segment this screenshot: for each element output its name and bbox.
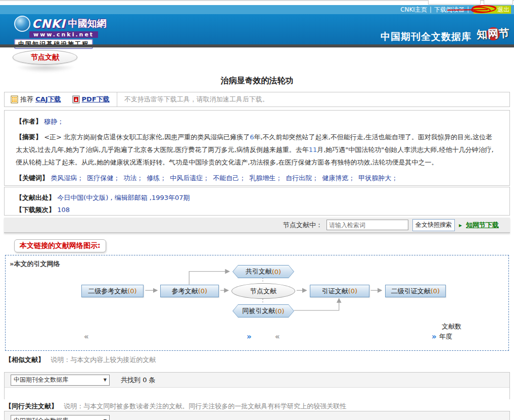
- logo-cnki-text: CNKI: [32, 17, 66, 30]
- issue-link[interactable]: 1993年07期: [152, 194, 190, 201]
- download-notice: 不支持迅雷等下载工具，请取消加速工具后下载。: [124, 95, 269, 104]
- peer-docs-note: 说明：与本文同时被多数读者关注的文献。同行关注较多的一批文献具有科学研究上的较强…: [64, 402, 346, 410]
- downloads-count: 108: [57, 206, 70, 214]
- co-citation-node[interactable]: 共引文献(0): [232, 265, 294, 278]
- pager-next-right-icon[interactable]: »: [432, 332, 437, 341]
- node-count: (0): [127, 287, 136, 295]
- node-count: (0): [431, 287, 440, 295]
- similar-docs-heading: 【相似文献】 说明：与本文内容上较为接近的文献: [5, 355, 156, 364]
- node-label: 二级参考文献: [88, 287, 127, 296]
- separator: ,: [108, 194, 114, 201]
- node-document-tab: 节点文献: [13, 50, 77, 65]
- downloads-label: 【下载频次】: [16, 206, 55, 214]
- similar-db-select[interactable]: 中国期刊全文数据库 ▼: [11, 375, 110, 386]
- similar-docs-title: 【相似文献】: [5, 356, 44, 363]
- selected-db-option: 中国期刊全文数据库: [14, 376, 68, 384]
- keyword-link[interactable]: 中风后遗症；: [170, 174, 209, 182]
- peer-docs-title: 【同行关注文献】: [5, 402, 58, 410]
- caret-down-icon: ▼: [104, 418, 107, 420]
- separator: |: [430, 6, 432, 13]
- peer-db-select[interactable]: 中国期刊全文数据库 ▼: [11, 415, 110, 420]
- redacted-username-highlight: 退出: [474, 6, 511, 14]
- keyword-link[interactable]: 不能自己；: [213, 174, 246, 182]
- caret-down-icon: ▼: [104, 378, 107, 382]
- node-label: 节点文献: [250, 287, 276, 296]
- keyword-link[interactable]: 医疗保健；: [87, 174, 120, 182]
- keywords-line: 【关键词】 类风湿病；医疗保健；功法；修练；中风后遗症；不能自己；乳腺增生；自行…: [16, 173, 498, 184]
- top-utility-bar: CNKI主页 | 下载阅读器 | 退出: [0, 5, 514, 14]
- references-node[interactable]: 参考文献(0): [160, 285, 219, 297]
- abstract-text: <正> 北京方岗副食店退休女职工彭家伦,因患严重的类风湿病已瘫痪了6年,不久前却…: [16, 133, 494, 166]
- author-label: 【作者】: [16, 118, 42, 125]
- abstract-label: 【摘要】: [16, 133, 42, 141]
- similar-docs-toolbar: 中国期刊全文数据库 ▼ 共找到 0 条: [5, 373, 509, 388]
- site-header: CNKI 中國知網 www.cnki.net 中国知识基础设施工程 中国期刊全文…: [0, 14, 514, 44]
- header-divider-bar: [0, 44, 514, 47]
- pdf-document-icon: [72, 95, 80, 103]
- author-link[interactable]: 穆静；: [44, 118, 64, 125]
- pager-next-left-icon[interactable]: »: [247, 332, 252, 341]
- keyword-link[interactable]: 甲状腺肿大；: [358, 174, 398, 182]
- node-label: 共引文献: [246, 267, 272, 276]
- peer-docs-toolbar: 中国期刊全文数据库 ▼: [5, 411, 509, 420]
- editorial-mailbox-link[interactable]: 编辑部邮箱: [115, 194, 148, 201]
- badge-text: 知网节: [476, 26, 510, 41]
- node-count: (0): [275, 307, 284, 315]
- year-axis-pager: » 年度: [432, 332, 452, 341]
- download-reader-link[interactable]: 下载阅读器: [434, 6, 464, 14]
- similar-docs-note: 说明：与本文内容上较为接近的文献: [51, 356, 156, 363]
- node-count: (0): [272, 268, 281, 276]
- similar-docs-empty-list: [5, 388, 509, 399]
- recommend-label: 推荐: [20, 95, 33, 104]
- zhiwangjie-download-link[interactable]: 知网节下载: [466, 221, 499, 230]
- journal-link[interactable]: 今日中国(中文版): [57, 194, 108, 201]
- green-arrow-icon: ▸: [459, 222, 462, 229]
- article-source-box: 【文献出处】 今日中国(中文版) , 编辑部邮箱 ,1993年07期 【下载频次…: [4, 187, 510, 216]
- node-label: 引证文献: [322, 287, 348, 296]
- keyword-link[interactable]: 健康博览；: [322, 174, 355, 182]
- document-count-axis-label: 文献数: [442, 322, 461, 331]
- caj-download-link[interactable]: CAJ下载: [35, 95, 61, 104]
- keyword-link[interactable]: 自行出院；: [286, 174, 318, 182]
- similar-docs-box: 中国期刊全文数据库 ▼ 共找到 0 条: [4, 372, 510, 399]
- keyword-link[interactable]: 类风湿病；: [51, 174, 83, 182]
- separator: |: [467, 6, 469, 13]
- abstract-line: 【摘要】 <正> 北京方岗副食店退休女职工彭家伦,因患严重的类风湿病已瘫痪了6年…: [16, 131, 498, 169]
- pager-prev-left-icon: «: [84, 332, 89, 341]
- citation-network-diagram: »本文的引文网络 共引文献(0) 二级参考文献(0): [5, 255, 509, 351]
- citing-documents-node[interactable]: 引证文献(0): [310, 285, 369, 297]
- logo-chinese-text: 中國知網: [68, 17, 107, 30]
- logout-link[interactable]: 退出: [497, 6, 509, 14]
- article-meta-box: 【作者】 穆静； 【摘要】 <正> 北京方岗副食店退休女职工彭家伦,因患严重的类…: [4, 110, 510, 186]
- logo-slogan-text: 中国知识基础设施工程: [14, 39, 93, 49]
- secondary-references-node[interactable]: 二级参考文献(0): [81, 285, 144, 297]
- browser-chrome-fragment: [428, 0, 481, 5]
- year-axis-label: 年度: [439, 332, 452, 341]
- divider: [117, 92, 117, 107]
- found-suffix: 条: [149, 376, 156, 384]
- secondary-citing-documents-node[interactable]: 二级引证文献(0): [385, 285, 446, 297]
- cnki-article-page: CNKI主页 | 下载阅读器 | 退出 CNKI 中國知網 www.cnki.n…: [0, 0, 514, 420]
- cnki-home-link[interactable]: CNKI主页: [400, 6, 427, 14]
- keywords-list: 类风湿病；医疗保健；功法；修练；中风后遗症；不能自己；乳腺增生；自行出院；健康博…: [51, 174, 401, 182]
- fulltext-snapshot-search-button[interactable]: 全文快照搜索: [412, 219, 455, 231]
- source-label: 【文献出处】: [16, 194, 55, 201]
- source-line: 【文献出处】 今日中国(中文版) , 编辑部邮箱 ,1993年07期: [16, 192, 498, 204]
- network-section-label: 本文链接的文献网络图示:: [14, 239, 106, 252]
- author-line: 【作者】 穆静；: [16, 117, 498, 126]
- abstract-segment: <正> 北京方岗副食店退休女职工彭家伦,因患严重的类风湿病已瘫痪了: [44, 133, 250, 141]
- co-cited-node[interactable]: 同被引文献(0): [232, 304, 294, 318]
- caj-document-icon: [11, 95, 18, 103]
- node-label: 参考文献: [172, 287, 198, 296]
- search-scope-label: 节点文献中：: [283, 221, 322, 230]
- peer-docs-box: 中国期刊全文数据库 ▼: [4, 411, 510, 420]
- snapshot-search-input[interactable]: [326, 220, 408, 230]
- pdf-download-link[interactable]: PDF下载: [82, 95, 110, 104]
- keyword-link[interactable]: 功法；: [123, 174, 143, 182]
- node-count: (0): [348, 287, 357, 295]
- logo-url-text: www.cnki.net: [29, 31, 98, 38]
- keyword-link[interactable]: 乳腺增生；: [249, 174, 282, 182]
- browser-chrome-fragment: [484, 0, 513, 5]
- keyword-link[interactable]: 修练；: [147, 174, 166, 182]
- pager-prev-right-icon: «: [275, 332, 280, 341]
